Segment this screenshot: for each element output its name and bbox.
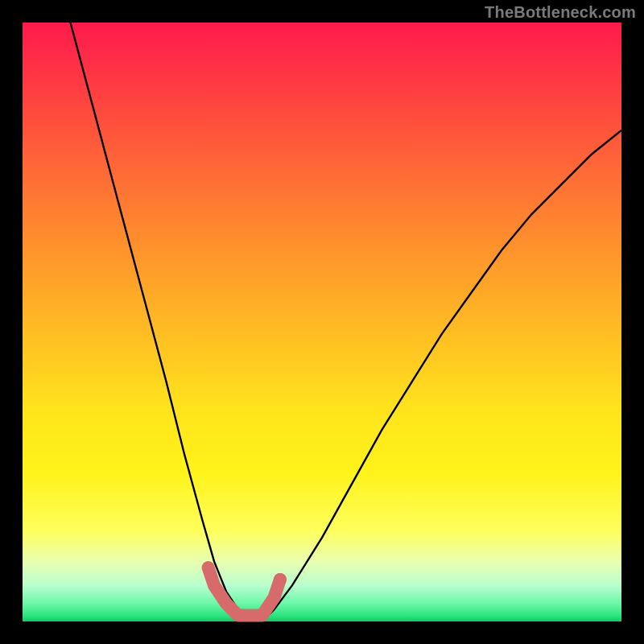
chart-frame: TheBottleneck.com	[0, 0, 644, 644]
plot-area	[23, 23, 621, 621]
curve-layer	[23, 23, 621, 621]
highlight-end-dot	[274, 573, 287, 586]
watermark-label: TheBottleneck.com	[485, 3, 636, 22]
bottleneck-curve	[71, 23, 622, 621]
